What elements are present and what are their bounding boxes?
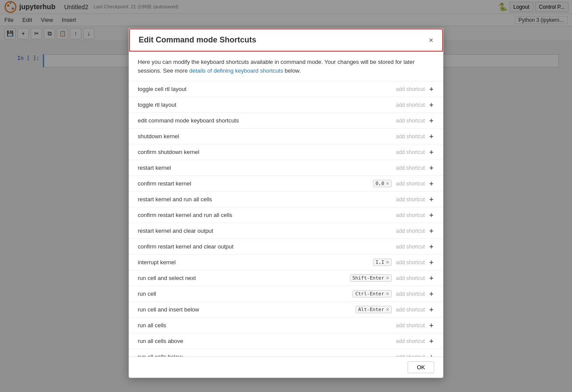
shortcut-row: run cellCtrl-Enter ✕add shortcut+: [129, 286, 443, 302]
shortcut-row: run all cellsadd shortcut+: [129, 318, 443, 333]
add-shortcut-button[interactable]: +: [429, 196, 434, 203]
shortcut-row: confirm shutdown kerneladd shortcut+: [129, 144, 443, 160]
shortcut-name: run all cells: [138, 322, 392, 329]
add-shortcut-button[interactable]: +: [429, 338, 434, 345]
shortcut-name: edit command mode keyboard shortcuts: [138, 117, 392, 124]
shortcut-name: run all cells below: [138, 354, 392, 357]
shortcut-name: run cell and insert below: [138, 306, 356, 313]
add-shortcut-label: add shortcut: [396, 196, 425, 203]
shortcut-row: interrupt kernelI,I ✕add shortcut+: [129, 255, 443, 270]
key-badge: I,I ✕: [373, 259, 392, 266]
shortcut-row: toggle cell rtl layoutadd shortcut+: [129, 81, 443, 97]
shortcut-row: shutdown kerneladd shortcut+: [129, 129, 443, 144]
shortcut-row: restart kerneladd shortcut+: [129, 160, 443, 176]
add-shortcut-label: add shortcut: [396, 133, 425, 140]
shortcut-name: shutdown kernel: [138, 133, 392, 140]
add-shortcut-button[interactable]: +: [429, 322, 434, 329]
close-button[interactable]: ×: [429, 36, 433, 44]
shortcut-name: restart kernel and clear output: [138, 228, 392, 234]
add-shortcut-button[interactable]: +: [429, 102, 434, 108]
add-shortcut-label: add shortcut: [396, 244, 425, 250]
shortcut-row: confirm restart kernel and run all cells…: [129, 207, 443, 223]
add-shortcut-label: add shortcut: [396, 228, 425, 234]
add-shortcut-label: add shortcut: [396, 102, 425, 108]
add-shortcut-button[interactable]: +: [429, 164, 434, 172]
add-shortcut-label: add shortcut: [396, 259, 425, 266]
add-shortcut-button[interactable]: +: [429, 117, 434, 124]
shortcuts-modal: Edit Command mode Shortcuts × Here you c…: [129, 28, 443, 378]
add-shortcut-label: add shortcut: [396, 307, 425, 313]
add-shortcut-label: add shortcut: [396, 86, 425, 92]
add-shortcut-label: add shortcut: [396, 291, 425, 297]
add-shortcut-label: add shortcut: [396, 338, 425, 344]
shortcut-name: confirm shutdown kernel: [138, 149, 392, 155]
key-remove-button[interactable]: ✕: [386, 276, 389, 280]
shortcut-name: run cell: [138, 290, 352, 297]
key-remove-button[interactable]: ✕: [386, 181, 389, 186]
shortcut-keys: Shift-Enter ✕: [350, 274, 392, 282]
shortcut-name: confirm restart kernel and run all cells: [138, 212, 392, 218]
key-remove-button[interactable]: ✕: [386, 291, 389, 296]
add-shortcut-label: add shortcut: [396, 181, 425, 187]
add-shortcut-label: add shortcut: [396, 165, 425, 171]
shortcut-row: restart kernel and clear outputadd short…: [129, 223, 443, 239]
shortcut-name: restart kernel: [138, 164, 392, 171]
add-shortcut-button[interactable]: +: [429, 275, 434, 282]
add-shortcut-label: add shortcut: [396, 212, 425, 218]
shortcut-row: edit command mode keyboard shortcutsadd …: [129, 113, 443, 129]
shortcut-name: interrupt kernel: [138, 259, 373, 266]
add-shortcut-button[interactable]: +: [429, 243, 434, 250]
shortcut-row: run all cells belowadd shortcut+: [129, 349, 443, 357]
shortcut-name: run all cells above: [138, 338, 392, 344]
add-shortcut-label: add shortcut: [396, 118, 425, 124]
key-remove-button[interactable]: ✕: [386, 260, 389, 265]
shortcut-name: confirm restart kernel: [138, 180, 373, 187]
shortcut-row: toggle rtl layoutadd shortcut+: [129, 97, 443, 113]
ok-button[interactable]: OK: [408, 361, 434, 373]
add-shortcut-button[interactable]: +: [429, 149, 434, 156]
modal-header: Edit Command mode Shortcuts ×: [129, 28, 443, 52]
add-shortcut-button[interactable]: +: [429, 212, 434, 219]
add-shortcut-label: add shortcut: [396, 149, 425, 155]
shortcut-name: toggle cell rtl layout: [138, 86, 392, 92]
shortcut-row: run all cells aboveadd shortcut+: [129, 333, 443, 349]
add-shortcut-button[interactable]: +: [429, 228, 434, 234]
add-shortcut-label: add shortcut: [396, 275, 425, 281]
key-badge: Alt-Enter ✕: [356, 306, 392, 313]
key-badge: Shift-Enter ✕: [350, 274, 392, 282]
description-suffix: below.: [283, 67, 300, 74]
modal-description: Here you can modify the keyboard shortcu…: [129, 52, 443, 81]
key-badge: 0,0 ✕: [373, 180, 392, 187]
modal-title: Edit Command mode Shortcuts: [139, 35, 256, 45]
modal-footer: OK: [129, 357, 443, 378]
shortcuts-list: toggle cell rtl layoutadd shortcut+toggl…: [129, 81, 443, 357]
shortcut-row: restart kernel and run all cellsadd shor…: [129, 192, 443, 207]
add-shortcut-button[interactable]: +: [429, 290, 434, 298]
shortcut-keys: I,I ✕: [373, 259, 392, 266]
add-shortcut-button[interactable]: +: [429, 259, 434, 266]
shortcut-row: run cell and insert belowAlt-Enter ✕add …: [129, 302, 443, 318]
add-shortcut-button[interactable]: +: [429, 133, 434, 140]
description-link[interactable]: details of defining keyboard shortcuts: [189, 67, 283, 74]
shortcut-row: confirm restart kernel and clear outputa…: [129, 239, 443, 255]
add-shortcut-button[interactable]: +: [429, 86, 434, 93]
shortcut-name: confirm restart kernel and clear output: [138, 243, 392, 250]
add-shortcut-label: add shortcut: [396, 322, 425, 329]
shortcut-row: run cell and select nextShift-Enter ✕add…: [129, 270, 443, 286]
shortcut-keys: Ctrl-Enter ✕: [352, 290, 391, 298]
add-shortcut-button[interactable]: +: [429, 306, 434, 313]
shortcut-name: run cell and select next: [138, 275, 350, 281]
shortcut-row: confirm restart kernel0,0 ✕add shortcut+: [129, 176, 443, 192]
shortcut-keys: 0,0 ✕: [373, 180, 392, 187]
key-badge: Ctrl-Enter ✕: [352, 290, 391, 298]
add-shortcut-button[interactable]: +: [429, 180, 434, 187]
modal-body[interactable]: Here you can modify the keyboard shortcu…: [129, 52, 443, 357]
key-remove-button[interactable]: ✕: [386, 307, 389, 312]
shortcut-name: restart kernel and run all cells: [138, 196, 392, 203]
shortcut-keys: Alt-Enter ✕: [356, 306, 392, 313]
shortcut-name: toggle rtl layout: [138, 102, 392, 108]
add-shortcut-button[interactable]: +: [429, 354, 434, 357]
